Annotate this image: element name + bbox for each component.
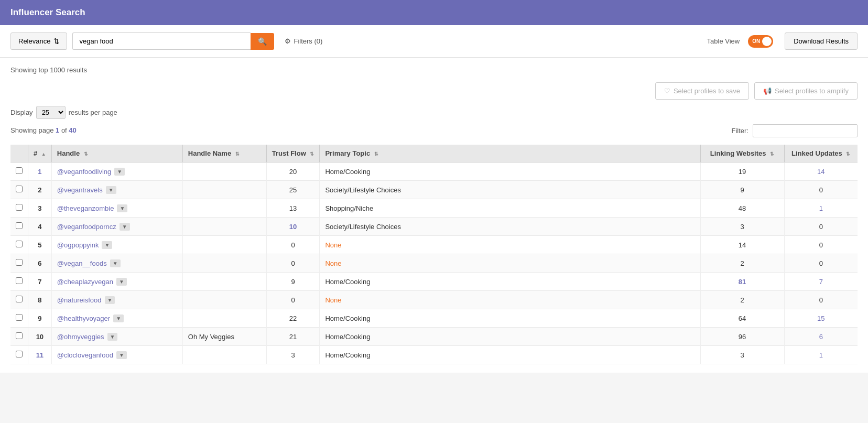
row-number: 7 — [28, 273, 52, 291]
table-row: 9@healthyvoyager▼22Home/Cooking6415 — [10, 309, 858, 328]
row-trust-flow: 9 — [266, 273, 320, 291]
col-linked-updates[interactable]: Linked Updates ⇅ — [784, 145, 858, 162]
table-view-toggle[interactable]: ON — [748, 35, 773, 48]
table-row: 4@veganfoodporncz▼10Society/Lifestyle Ch… — [10, 218, 858, 236]
row-number: 8 — [28, 291, 52, 309]
row-handle-name — [182, 218, 266, 236]
table-row: 5@ogpoppyink▼0None140 — [10, 236, 858, 254]
col-trust-flow[interactable]: Trust Flow ⇅ — [266, 145, 320, 162]
row-primary-topic: Home/Cooking — [320, 309, 700, 328]
app-header: Influencer Search — [0, 0, 868, 25]
col-num[interactable]: # ▲ — [28, 145, 52, 162]
handle-dropdown-button[interactable]: ▼ — [110, 259, 121, 267]
row-handle-name — [182, 309, 266, 328]
handle-link[interactable]: @vegantravels — [57, 186, 103, 194]
linked-updates-link[interactable]: 1 — [819, 204, 823, 212]
table-view-label: Table View — [707, 37, 740, 45]
results-table: # ▲ Handle ⇅ Handle Name ⇅ Trust Flow ⇅ … — [10, 145, 858, 364]
row-linking-websites: 2 — [700, 291, 784, 309]
row-checkbox[interactable] — [16, 296, 23, 302]
handle-dropdown-button[interactable]: ▼ — [120, 223, 130, 231]
handle-link[interactable]: @theveganzombie — [57, 204, 114, 212]
row-checkbox[interactable] — [16, 332, 23, 339]
handle-link[interactable]: @veganfoodliving — [57, 168, 112, 176]
row-number: 3 — [28, 199, 52, 218]
table-row: 8@natureisfood▼0None20 — [10, 291, 858, 309]
row-checkbox[interactable] — [16, 259, 23, 266]
row-checkbox[interactable] — [16, 241, 23, 247]
row-handle: @clocloveganfood▼ — [51, 346, 182, 364]
handle-dropdown-button[interactable]: ▼ — [106, 186, 116, 194]
row-checkbox-cell — [10, 254, 28, 273]
handle-link[interactable]: @ohmyveggies — [57, 333, 104, 341]
select-profiles-amplify-button[interactable]: 📢 Select profiles to amplify — [754, 82, 858, 100]
row-primary-topic: Home/Cooking — [320, 162, 700, 181]
handle-dropdown-button[interactable]: ▼ — [117, 204, 127, 212]
display-left: Display 25 50 100 results per page — [10, 106, 117, 119]
handle-dropdown-button[interactable]: ▼ — [113, 314, 124, 322]
handle-link[interactable]: @ogpoppyink — [57, 241, 99, 249]
search-icon: 🔍 — [258, 37, 267, 46]
linked-updates-link[interactable]: 6 — [819, 333, 823, 341]
row-number: 1 — [28, 162, 52, 181]
row-trust-flow: 20 — [266, 162, 320, 181]
handle-link[interactable]: @vegan__foods — [57, 259, 107, 267]
filter-input[interactable] — [753, 124, 858, 137]
row-linking-websites: 64 — [700, 309, 784, 328]
search-input[interactable] — [72, 32, 251, 50]
linked-updates-link[interactable]: 15 — [817, 314, 824, 322]
linked-updates-link[interactable]: 7 — [819, 278, 823, 286]
row-number: 5 — [28, 236, 52, 254]
row-checkbox[interactable] — [16, 314, 23, 321]
table-header: # ▲ Handle ⇅ Handle Name ⇅ Trust Flow ⇅ … — [10, 145, 858, 162]
row-checkbox[interactable] — [16, 167, 23, 174]
results-per-page-select[interactable]: 25 50 100 — [36, 106, 66, 119]
row-linked-updates: 14 — [784, 162, 858, 181]
handle-dropdown-button[interactable]: ▼ — [107, 333, 118, 341]
heart-icon: ♡ — [664, 87, 670, 95]
linked-updates-link[interactable]: 1 — [819, 351, 823, 359]
table-row: 1@veganfoodliving▼20Home/Cooking1914 — [10, 162, 858, 181]
relevance-button[interactable]: Relevance ⇅ — [10, 32, 67, 50]
row-trust-flow: 22 — [266, 309, 320, 328]
handle-dropdown-button[interactable]: ▼ — [102, 241, 112, 249]
display-row: Display 25 50 100 results per page — [10, 106, 858, 119]
filter-label: Filter: — [732, 127, 749, 135]
search-button[interactable]: 🔍 — [251, 33, 274, 50]
row-checkbox[interactable] — [16, 204, 23, 211]
select-profiles-save-button[interactable]: ♡ Select profiles to save — [655, 82, 749, 100]
handle-link[interactable]: @clocloveganfood — [57, 351, 113, 359]
row-handle: @ogpoppyink▼ — [51, 236, 182, 254]
linked-updates-link[interactable]: 14 — [817, 168, 824, 176]
handle-dropdown-button[interactable]: ▼ — [105, 296, 115, 304]
row-handle-name — [182, 291, 266, 309]
handle-link[interactable]: @veganfoodporncz — [57, 223, 116, 231]
row-linked-updates: 0 — [784, 254, 858, 273]
col-handle[interactable]: Handle ⇅ — [51, 145, 182, 162]
row-checkbox[interactable] — [16, 351, 23, 357]
col-primary-topic[interactable]: Primary Topic ⇅ — [320, 145, 700, 162]
col-linking-websites[interactable]: Linking Websites ⇅ — [700, 145, 784, 162]
table-row: 11@clocloveganfood▼3Home/Cooking31 — [10, 346, 858, 364]
row-number: 9 — [28, 309, 52, 328]
col-handle-name[interactable]: Handle Name ⇅ — [182, 145, 266, 162]
row-handle-name — [182, 199, 266, 218]
select-profiles-save-label: Select profiles to save — [674, 87, 740, 95]
toggle-on-text: ON — [752, 38, 760, 44]
download-results-button[interactable]: Download Results — [785, 32, 858, 50]
filters-button[interactable]: ⚙ Filters (0) — [285, 37, 322, 45]
handle-dropdown-button[interactable]: ▼ — [114, 168, 125, 176]
action-bar: ♡ Select profiles to save 📢 Select profi… — [10, 82, 858, 100]
handle-dropdown-button[interactable]: ▼ — [116, 351, 127, 359]
row-linked-updates: 0 — [784, 181, 858, 199]
row-checkbox[interactable] — [16, 277, 23, 284]
row-number: 6 — [28, 254, 52, 273]
handle-dropdown-button[interactable]: ▼ — [116, 278, 127, 286]
row-handle-name — [182, 346, 266, 364]
row-checkbox[interactable] — [16, 186, 23, 192]
row-checkbox[interactable] — [16, 222, 23, 229]
handle-link[interactable]: @cheaplazyvegan — [57, 278, 113, 286]
row-linking-websites: 81 — [700, 273, 784, 291]
handle-link[interactable]: @natureisfood — [57, 296, 102, 304]
handle-link[interactable]: @healthyvoyager — [57, 314, 110, 322]
